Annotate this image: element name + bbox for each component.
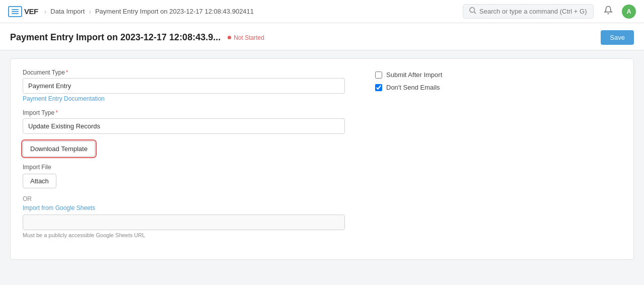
breadcrumb-sep-1: › bbox=[44, 8, 47, 16]
navbar: VEF › Data Import › Payment Entry Import… bbox=[0, 0, 644, 23]
svg-line-1 bbox=[474, 12, 476, 14]
app-logo[interactable]: VEF bbox=[8, 6, 38, 17]
google-sheets-label: Import from Google Sheets bbox=[23, 204, 345, 211]
import-type-input[interactable] bbox=[23, 118, 345, 134]
page-header: Payment Entry Import on 2023-12-17 12:08… bbox=[0, 23, 644, 50]
google-sheets-helper: Must be a publicly accessible Google She… bbox=[23, 232, 345, 238]
import-file-label: Import File bbox=[23, 164, 345, 171]
user-avatar[interactable]: A bbox=[622, 5, 636, 19]
logo-line-3 bbox=[12, 13, 19, 14]
notifications-bell[interactable] bbox=[604, 6, 613, 17]
download-template-button[interactable]: Download Template bbox=[23, 141, 95, 157]
save-button[interactable]: Save bbox=[601, 30, 634, 45]
submit-after-import-checkbox[interactable] bbox=[375, 72, 382, 79]
dont-send-emails-checkbox[interactable] bbox=[375, 84, 382, 91]
logo-box bbox=[8, 6, 22, 17]
document-type-required: * bbox=[66, 69, 68, 76]
form-card: Document Type * Payment Entry Documentat… bbox=[10, 58, 634, 260]
google-sheets-input[interactable] bbox=[23, 215, 345, 230]
breadcrumb-sep-2: › bbox=[89, 8, 91, 16]
document-type-input[interactable] bbox=[23, 78, 345, 94]
logo-lines bbox=[12, 9, 19, 14]
breadcrumb-data-import[interactable]: Data Import bbox=[50, 8, 85, 15]
logo-text: VEF bbox=[24, 7, 38, 16]
search-input[interactable] bbox=[479, 8, 587, 15]
submit-after-import-group: Submit After Import bbox=[375, 71, 526, 79]
main-content: Document Type * Payment Entry Documentat… bbox=[0, 50, 644, 268]
download-template-group: Download Template bbox=[23, 141, 345, 157]
google-sheets-link[interactable]: Google Sheets bbox=[55, 204, 95, 211]
document-type-label: Document Type * bbox=[23, 69, 345, 76]
header-actions: Save bbox=[601, 30, 634, 45]
breadcrumb-current: Payment Entry Import on 2023-12-17 12:08… bbox=[95, 8, 254, 15]
import-file-group: Import File Attach bbox=[23, 164, 345, 188]
form-left: Document Type * Payment Entry Documentat… bbox=[23, 69, 345, 245]
dont-send-emails-label[interactable]: Don't Send Emails bbox=[386, 84, 440, 91]
google-sheets-group: Import from Google Sheets Must be a publ… bbox=[23, 204, 345, 238]
or-divider: OR bbox=[23, 195, 345, 202]
status-badge: Not Started bbox=[228, 34, 264, 41]
logo-line-1 bbox=[12, 9, 19, 10]
search-icon bbox=[469, 7, 476, 16]
search-bar[interactable] bbox=[463, 4, 594, 19]
import-type-label: Import Type * bbox=[23, 109, 345, 116]
submit-after-import-label[interactable]: Submit After Import bbox=[386, 71, 442, 79]
logo-line-2 bbox=[12, 11, 19, 12]
page-title: Payment Entry Import on 2023-12-17 12:08… bbox=[10, 32, 221, 43]
status-dot bbox=[228, 36, 231, 39]
document-type-helper[interactable]: Payment Entry Documentation bbox=[23, 95, 345, 102]
attach-button[interactable]: Attach bbox=[23, 174, 56, 188]
svg-point-0 bbox=[470, 8, 475, 13]
form-right: Submit After Import Don't Send Emails bbox=[375, 69, 526, 245]
dont-send-emails-group: Don't Send Emails bbox=[375, 84, 526, 91]
form-layout: Document Type * Payment Entry Documentat… bbox=[23, 69, 621, 245]
document-type-group: Document Type * Payment Entry Documentat… bbox=[23, 69, 345, 102]
status-text: Not Started bbox=[234, 34, 264, 41]
import-type-required: * bbox=[55, 109, 58, 116]
import-type-group: Import Type * bbox=[23, 109, 345, 134]
